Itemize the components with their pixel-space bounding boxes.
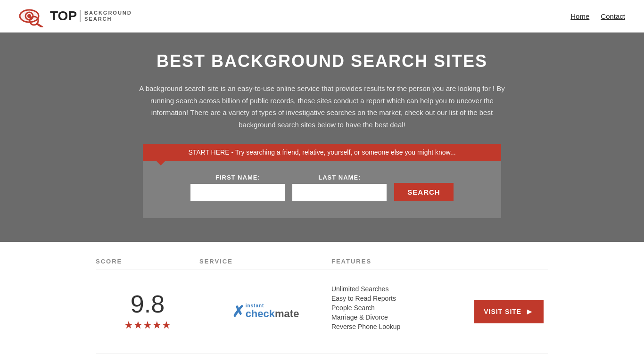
feature-item: People Search [331,303,400,313]
feature-item: Unlimited Searches [331,284,400,294]
visit-wrapper-1: VISIT SITE ► [474,300,548,323]
logo-subtitle1: BACKGROUND [84,10,132,16]
hero-title: BEST BACKGROUND SEARCH SITES [9,51,635,71]
search-form: FIRST NAME: LAST NAME: SEARCH [143,161,501,218]
page-header: TOP BACKGROUND SEARCH Home Contact [0,0,644,33]
col-score-header: SCORE [96,258,199,265]
last-name-group: LAST NAME: [292,174,387,201]
checkmate-name-text: checkmate [246,308,299,320]
stars-1: ★★★★★ [96,319,199,331]
logo: TOP BACKGROUND SEARCH [19,5,132,27]
score-value-1: 9.8 [96,292,199,316]
table-row: 9.8 ★★★★★ ✗ instant checkmate Unlimited … [96,270,548,354]
visit-arrow-1: ► [525,307,534,317]
hero-description: A background search site is an easy-to-u… [138,82,506,131]
search-banner-text: START HERE - Try searching a friend, rel… [188,148,455,156]
first-name-label: FIRST NAME: [190,174,285,181]
features-visit-1: Unlimited Searches Easy to Read Reports … [331,284,548,339]
features-list-1: Unlimited Searches Easy to Read Reports … [331,284,400,339]
score-column-1: 9.8 ★★★★★ [96,292,199,331]
nav-home[interactable]: Home [570,12,589,20]
visit-site-button-1[interactable]: VISIT SITE ► [474,300,544,323]
last-name-label: LAST NAME: [292,174,387,181]
first-name-input[interactable] [190,184,285,201]
main-nav: Home Contact [570,12,625,20]
service-logo-1: ✗ instant checkmate [199,298,331,325]
logo-top-text: TOP [50,8,77,24]
results-area: SCORE SERVICE FEATURES 9.8 ★★★★★ ✗ insta… [86,251,558,362]
hero-section: BEST BACKGROUND SEARCH SITES A backgroun… [0,33,644,242]
checkmate-brand: instant checkmate [246,303,299,320]
feature-item: Marriage & Divorce [331,313,400,322]
svg-line-5 [37,24,42,27]
search-banner: START HERE - Try searching a friend, rel… [143,144,501,161]
feature-item: Easy to Read Reports [331,294,400,303]
col-service-header: SERVICE [199,258,331,265]
logo-subtitle2: SEARCH [84,16,132,22]
checkmate-x-icon: ✗ [232,303,245,321]
table-header: SCORE SERVICE FEATURES [96,251,548,270]
checkmate-logo: ✗ instant checkmate [232,303,299,321]
visit-label-1: VISIT SITE [484,308,521,315]
search-button[interactable]: SEARCH [394,183,453,201]
col-features-header: FEATURES [331,258,548,265]
feature-item: Reverse Phone Lookup [331,322,400,331]
first-name-group: FIRST NAME: [190,174,285,201]
last-name-input[interactable] [292,184,387,201]
features-ul-1: Unlimited Searches Easy to Read Reports … [331,284,400,331]
nav-contact[interactable]: Contact [601,12,625,20]
table-row: 9.4 ★★★★★ PeopleLooker Accurate and up-t… [96,354,548,362]
logo-icon [19,5,46,27]
